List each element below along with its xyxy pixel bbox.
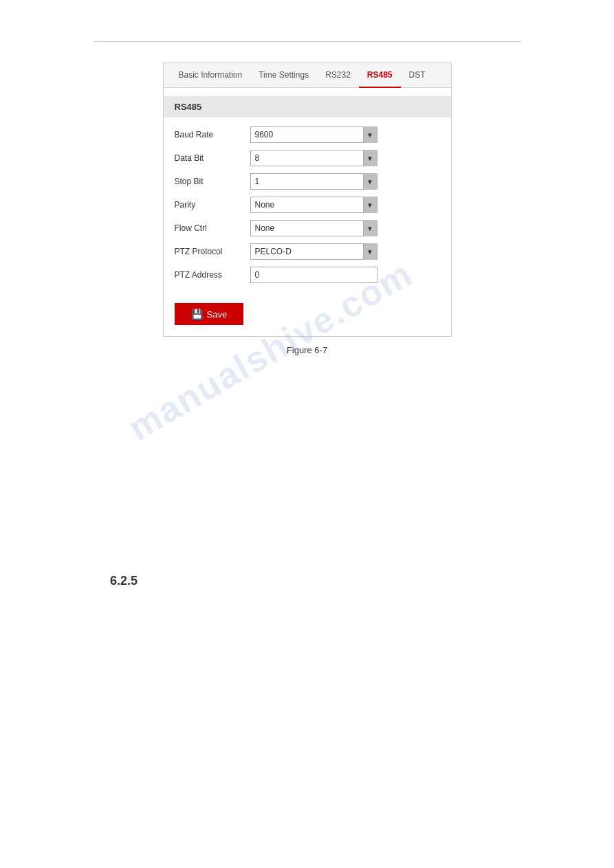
select-baud-rate-value: 9600 [251, 130, 363, 140]
top-divider [94, 41, 520, 42]
dropdown-arrow-flow-ctrl[interactable]: ▼ [363, 220, 377, 236]
form-row-stop-bit: Stop Bit 1 ▼ [175, 170, 440, 193]
select-data-bit[interactable]: 8 ▼ [250, 150, 377, 166]
control-ptz-address [250, 267, 440, 283]
dropdown-arrow-stop-bit[interactable]: ▼ [363, 173, 377, 190]
save-button-label: Save [207, 309, 228, 320]
select-baud-rate[interactable]: 9600 ▼ [250, 126, 377, 143]
figure-caption: Figure 6-7 [287, 345, 327, 355]
section-header: RS485 [164, 96, 451, 118]
select-flow-ctrl[interactable]: None ▼ [250, 220, 377, 236]
label-baud-rate: Baud Rate [175, 130, 250, 140]
control-ptz-protocol: PELCO-D ▼ [250, 243, 440, 260]
dropdown-arrow-data-bit[interactable]: ▼ [363, 150, 377, 166]
ui-panel: Basic Information Time Settings RS232 RS… [163, 63, 452, 337]
control-baud-rate: 9600 ▼ [250, 126, 440, 143]
form-row-data-bit: Data Bit 8 ▼ [175, 146, 440, 170]
dropdown-arrow-baud-rate[interactable]: ▼ [363, 126, 377, 143]
tab-bar: Basic Information Time Settings RS232 RS… [164, 63, 451, 88]
tab-time-settings[interactable]: Time Settings [250, 63, 317, 87]
label-flow-ctrl: Flow Ctrl [175, 223, 250, 233]
input-ptz-address[interactable] [250, 267, 377, 283]
control-parity: None ▼ [250, 197, 440, 213]
label-ptz-protocol: PTZ Protocol [175, 247, 250, 256]
label-parity: Parity [175, 200, 250, 210]
form-row-parity: Parity None ▼ [175, 193, 440, 216]
tab-dst[interactable]: DST [401, 63, 434, 87]
select-parity-value: None [251, 200, 363, 210]
control-stop-bit: 1 ▼ [250, 173, 440, 190]
select-stop-bit-value: 1 [251, 177, 363, 186]
page-container: Basic Information Time Settings RS232 RS… [0, 0, 614, 868]
form-row-ptz-protocol: PTZ Protocol PELCO-D ▼ [175, 240, 440, 263]
section-number: 6.2.5 [110, 574, 138, 588]
save-icon: 💾 [191, 309, 203, 320]
select-data-bit-value: 8 [251, 153, 363, 163]
dropdown-arrow-parity[interactable]: ▼ [363, 197, 377, 213]
form-area: Baud Rate 9600 ▼ Data Bit 8 ▼ [164, 118, 451, 292]
control-data-bit: 8 ▼ [250, 150, 440, 166]
label-ptz-address: PTZ Address [175, 270, 250, 280]
label-data-bit: Data Bit [175, 153, 250, 163]
tab-rs232[interactable]: RS232 [317, 63, 359, 87]
select-ptz-protocol[interactable]: PELCO-D ▼ [250, 243, 377, 260]
label-stop-bit: Stop Bit [175, 177, 250, 186]
figure-container: Basic Information Time Settings RS232 RS… [0, 63, 614, 355]
form-row-baud-rate: Baud Rate 9600 ▼ [175, 123, 440, 146]
dropdown-arrow-ptz-protocol[interactable]: ▼ [363, 243, 377, 260]
button-area: 💾 Save [164, 292, 451, 336]
tab-basic-information[interactable]: Basic Information [171, 63, 251, 87]
control-flow-ctrl: None ▼ [250, 220, 440, 236]
select-parity[interactable]: None ▼ [250, 197, 377, 213]
select-flow-ctrl-value: None [251, 223, 363, 233]
tab-rs485[interactable]: RS485 [359, 63, 401, 88]
save-button[interactable]: 💾 Save [175, 303, 244, 325]
form-row-flow-ctrl: Flow Ctrl None ▼ [175, 216, 440, 240]
select-stop-bit[interactable]: 1 ▼ [250, 173, 377, 190]
select-ptz-protocol-value: PELCO-D [251, 247, 363, 256]
form-row-ptz-address: PTZ Address [175, 263, 440, 287]
